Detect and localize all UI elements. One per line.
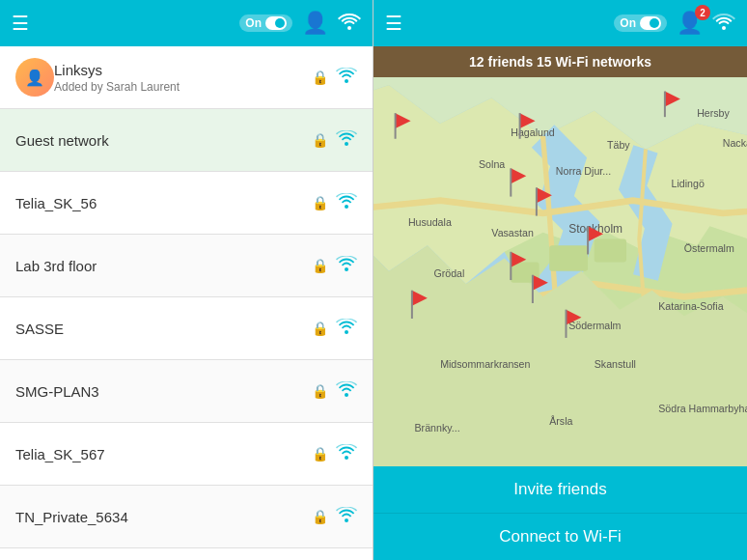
svg-text:Nacka: Nacka (723, 137, 747, 149)
network-item[interactable]: Lab 3rd floor 🔒 (0, 235, 373, 297)
network-icons: 🔒 (312, 507, 357, 527)
network-name: TN_Private_5634 (15, 509, 312, 525)
network-info: Telia_SK_56 (15, 195, 312, 211)
network-item[interactable]: 👤 Linksys Added by Sarah Laurent 🔒 (0, 46, 373, 109)
svg-point-5 (345, 393, 348, 397)
svg-text:Norra Djur...: Norra Djur... (556, 165, 611, 177)
friends-banner: 12 friends 15 Wi-Fi networks (374, 46, 747, 77)
network-info: Telia_SK_567 (15, 446, 312, 462)
svg-text:Skanstull: Skanstull (595, 358, 636, 370)
lock-icon: 🔒 (312, 70, 328, 85)
network-name: Telia_SK_56 (15, 195, 312, 211)
right-toggle-switch[interactable]: On (614, 14, 667, 32)
network-icons: 🔒 (312, 193, 357, 213)
network-list: 👤 Linksys Added by Sarah Laurent 🔒 Guest… (0, 46, 373, 560)
network-info: TN_Private_5634 (15, 509, 312, 525)
network-item[interactable]: TN_Private_5634 🔒 (0, 486, 373, 548)
network-icons: 🔒 (312, 130, 357, 151)
right-panel: ☰ On 👤 2 12 friends 15 Wi-Fi networks (374, 0, 747, 560)
connect-wifi-button[interactable]: Connect to Wi-Fi (374, 514, 747, 560)
svg-rect-11 (549, 245, 588, 271)
wifi-signal-icon (336, 507, 357, 527)
lock-icon: 🔒 (312, 446, 328, 462)
svg-text:Östermalm: Östermalm (684, 242, 734, 254)
svg-text:Vasastan: Vasastan (491, 227, 534, 238)
bottom-buttons: Invite friends Connect to Wi-Fi (374, 466, 747, 560)
svg-text:Katarina-Sofia: Katarina-Sofia (658, 300, 723, 312)
toggle-knob[interactable] (265, 16, 287, 30)
network-info: SMG-PLAN3 (15, 383, 312, 400)
wifi-signal-icon (336, 68, 357, 88)
svg-point-9 (722, 26, 726, 30)
svg-point-3 (345, 267, 348, 271)
network-icons: 🔒 (312, 381, 357, 402)
right-topbar: ☰ On 👤 2 (374, 0, 747, 46)
network-item[interactable]: Telia_SK_56 🔒 (0, 172, 373, 235)
wifi-icon-header[interactable] (338, 13, 361, 35)
wifi-signal-icon (336, 381, 357, 402)
network-name: Telia_SK_567 (15, 446, 312, 462)
right-toggle-knob[interactable] (640, 16, 661, 30)
svg-point-7 (345, 518, 348, 522)
svg-text:Södermalm: Södermalm (568, 320, 621, 331)
lock-icon: 🔒 (312, 383, 328, 399)
network-icons: 🔒 (312, 444, 357, 464)
svg-text:Södra Hammarbyhamn: Södra Hammarbyhamn (658, 403, 747, 414)
left-topbar: ☰ On 👤 (0, 0, 373, 46)
svg-point-0 (345, 79, 348, 83)
network-item[interactable]: Guest network 🔒 (0, 109, 373, 172)
lock-icon: 🔒 (312, 195, 328, 210)
svg-rect-12 (595, 239, 626, 263)
right-toggle-label: On (620, 16, 636, 30)
network-item[interactable]: SASSE 🔒 (0, 297, 373, 360)
user-icon[interactable]: 👤 (302, 11, 328, 36)
svg-point-6 (345, 456, 348, 460)
network-info: Linksys Added by Sarah Laurent (54, 62, 312, 94)
toggle-switch[interactable]: On (239, 14, 292, 32)
svg-text:Årsla: Årsla (549, 415, 572, 427)
svg-text:Täby: Täby (607, 139, 630, 151)
network-icons: 🔒 (312, 319, 357, 339)
wifi-signal-icon (336, 444, 357, 464)
network-item[interactable]: SMG-PLAN3 🔒 (0, 360, 373, 423)
invite-friends-button[interactable]: Invite friends (374, 466, 747, 514)
svg-text:Midsommarkransen: Midsommarkransen (440, 358, 530, 370)
network-name: SASSE (15, 321, 312, 337)
wifi-signal-icon (336, 256, 357, 276)
svg-text:Lidingö: Lidingö (672, 178, 705, 189)
hamburger-icon[interactable]: ☰ (12, 12, 29, 35)
left-panel: ☰ On 👤 👤 Linksys Added by Sarah Laurent … (0, 0, 374, 560)
network-info: Guest network (15, 132, 312, 149)
badge-count: 2 (695, 5, 710, 20)
network-name: Linksys (54, 62, 312, 78)
lock-icon: 🔒 (312, 258, 328, 273)
network-item[interactable]: TN_Private_XNGG 🔒 (0, 548, 373, 560)
svg-text:Grödal: Grödal (433, 267, 464, 279)
lock-icon: 🔒 (312, 509, 328, 524)
svg-point-4 (345, 330, 348, 334)
right-hamburger-icon[interactable]: ☰ (385, 12, 402, 35)
network-icons: 🔒 (312, 256, 357, 276)
wifi-signal-icon (336, 319, 357, 339)
network-sub: Added by Sarah Laurent (54, 80, 312, 94)
svg-point-1 (345, 142, 348, 146)
svg-text:Hersby: Hersby (697, 107, 730, 119)
network-name: SMG-PLAN3 (15, 383, 312, 400)
svg-point-2 (345, 205, 348, 209)
notification-badge[interactable]: 👤 2 (677, 11, 703, 36)
svg-text:Brännky...: Brännky... (415, 422, 460, 434)
avatar: 👤 (15, 58, 54, 97)
network-item[interactable]: Telia_SK_567 🔒 (0, 423, 373, 486)
svg-text:Solna: Solna (479, 158, 505, 170)
svg-text:Hagalund: Hagalund (511, 126, 555, 138)
toggle-label: On (245, 16, 262, 30)
network-info: SASSE (15, 321, 312, 337)
network-name: Guest network (15, 132, 312, 149)
lock-icon: 🔒 (312, 321, 328, 336)
wifi-signal-icon (336, 193, 357, 213)
network-info: Lab 3rd floor (15, 258, 312, 274)
right-wifi-icon[interactable] (712, 11, 735, 36)
svg-text:Husudala: Husudala (408, 216, 452, 228)
wifi-signal-icon (336, 130, 357, 151)
network-icons: 🔒 (312, 68, 357, 88)
